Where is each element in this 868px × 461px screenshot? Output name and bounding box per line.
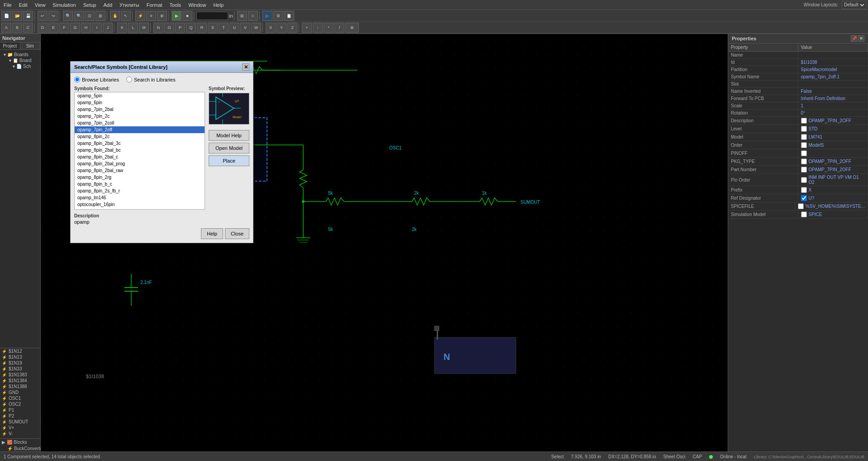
props-checkbox[interactable] <box>801 195 807 201</box>
menu-window[interactable]: Window <box>185 1 210 9</box>
props-checkbox[interactable] <box>801 126 807 132</box>
symbol-list[interactable]: opamp_5pinopamp_6pinopamp_7pin_2balopamp… <box>74 92 205 210</box>
tb2-29[interactable]: * <box>324 23 334 33</box>
open-model-button[interactable]: Open Model <box>209 143 249 154</box>
tb2-27[interactable]: + <box>302 23 312 33</box>
nav-item-board[interactable]: ▼ 📋 Board <box>2 58 38 63</box>
search-radio-input[interactable] <box>126 77 132 82</box>
window-layouts-select[interactable]: Default <box>842 1 866 9</box>
symbol-list-item[interactable]: opamp_8pin_2c <box>75 133 205 140</box>
tb2-13[interactable]: M <box>139 23 149 33</box>
props-checkbox[interactable] <box>798 203 804 209</box>
tb2-9[interactable]: I <box>92 23 102 33</box>
undo-button[interactable]: ↩ <box>38 11 48 21</box>
netlist-button[interactable]: 📋 <box>284 11 294 21</box>
menu-add[interactable]: Add <box>100 1 116 9</box>
tb2-24[interactable]: X <box>266 23 276 33</box>
symbol-list-item[interactable]: opamp_8pin_2bal_3c <box>75 140 205 147</box>
nav-list-item[interactable]: ⚡ $1N33 <box>0 366 40 372</box>
tb2-28[interactable]: - <box>313 23 323 33</box>
browse-radio-input[interactable] <box>74 77 80 82</box>
nav-item-schematic[interactable]: ▼ 📄 Sch <box>2 63 38 69</box>
redo-button[interactable]: ↪ <box>48 11 58 21</box>
run-button[interactable]: ▶ <box>172 11 181 21</box>
nav-list-item[interactable]: ⚡ P1 <box>0 407 40 413</box>
nav-list-item[interactable]: ⚡ SUMOUT <box>0 419 40 425</box>
tb2-19[interactable]: S <box>208 23 218 33</box>
nav-tab-project[interactable]: Project <box>0 43 20 49</box>
symbol-button[interactable]: ⊕ <box>157 11 167 21</box>
tb2-12[interactable]: L <box>128 23 138 33</box>
props-checkbox[interactable] <box>801 167 807 173</box>
menu-setup[interactable]: Setup <box>80 1 100 9</box>
tb2-22[interactable]: V <box>240 23 250 33</box>
nav-list-item[interactable]: ⚡ OSC1 <box>0 395 40 401</box>
open-button[interactable]: 📂 <box>12 11 22 21</box>
nav-list-item[interactable]: ⚡ $1N19 <box>0 360 40 366</box>
sim-options-button[interactable]: ⚙ <box>273 11 283 21</box>
symbol-list-item[interactable]: opamp_7pin_2c <box>75 113 205 120</box>
props-pin-button[interactable]: 📌 <box>851 35 857 42</box>
run-sim-button[interactable]: ▷ <box>262 11 272 21</box>
symbol-list-item[interactable]: opamp_lm146 <box>75 194 205 201</box>
grid-toggle[interactable]: ⊞ <box>237 11 247 21</box>
dialog-close-button[interactable]: ✕ <box>242 63 249 71</box>
nav-list-item[interactable]: ⚡ $1N1388 <box>0 384 40 389</box>
tb2-25[interactable]: Y <box>277 23 286 33</box>
stop-button[interactable]: ■ <box>182 11 192 21</box>
tb2-7[interactable]: G <box>70 23 80 33</box>
props-checkbox[interactable] <box>801 142 807 148</box>
nav-list-item[interactable]: ⚡ $1N1384 <box>0 378 40 384</box>
menu-edit[interactable]: Edit <box>15 1 31 9</box>
tb2-23[interactable]: W <box>251 23 261 33</box>
tb2-6[interactable]: F <box>59 23 69 33</box>
nav-list-item[interactable]: ⚡ $1N13 <box>0 354 40 360</box>
symbol-list-item[interactable]: opamp_8pin_2bal_bc <box>75 147 205 154</box>
close-button[interactable]: Close <box>225 228 249 239</box>
schematic-canvas[interactable]: OPAMP V- + - Q2 V+ U? <box>41 34 728 451</box>
props-checkbox[interactable] <box>801 177 807 183</box>
pan-button[interactable]: ✋ <box>110 11 120 21</box>
props-checkbox[interactable] <box>801 158 807 164</box>
menu-help[interactable]: Help <box>210 1 227 9</box>
save-button[interactable]: 💾 <box>23 11 33 21</box>
nav-list-item[interactable]: ⚡ V- <box>0 431 40 437</box>
menu-simulation[interactable]: Simulation <box>49 1 79 9</box>
zoom-in-button[interactable]: 🔍 <box>63 11 73 21</box>
props-checkbox[interactable] <box>801 134 807 140</box>
props-checkbox[interactable] <box>801 211 807 217</box>
tb2-18[interactable]: R <box>197 23 207 33</box>
tb2-30[interactable]: / <box>334 23 344 33</box>
browse-libraries-radio[interactable]: Browse Libraries <box>74 77 119 82</box>
tb2-4[interactable]: D <box>38 23 48 33</box>
special-btn[interactable]: ⊗ <box>345 23 359 33</box>
symbol-list-item[interactable]: opamp_8pin_b_c <box>75 181 205 187</box>
tb2-14[interactable]: N <box>153 23 163 33</box>
tb2-15[interactable]: O <box>164 23 174 33</box>
wire-button[interactable]: ⚡ <box>135 11 145 21</box>
symbol-list-item[interactable]: optocoupler_4pin <box>75 208 205 210</box>
bus-button[interactable]: ≡ <box>146 11 156 21</box>
zoom-fit-button[interactable]: ⊡ <box>85 11 95 21</box>
nav-blocks-section[interactable]: ▶ 🧱 Blocks <box>0 438 40 446</box>
symbol-list-item[interactable]: opamp_8pin_2rg <box>75 174 205 181</box>
symbol-list-item[interactable]: opamp_5pin <box>75 92 205 99</box>
tb2-26[interactable]: Z <box>287 23 297 33</box>
menu-view[interactable]: View <box>31 1 49 9</box>
props-checkbox[interactable] <box>801 150 807 156</box>
symbol-list-item[interactable]: optocoupler_16pin <box>75 201 205 208</box>
nav-list-item[interactable]: ⚡ $1N1383 <box>0 372 40 378</box>
tb2-20[interactable]: T <box>219 23 229 33</box>
zoom-area-button[interactable]: ⊞ <box>95 11 105 21</box>
dialog-title-bar[interactable]: Search/Place Symbols [Central Library] ✕ <box>71 62 253 73</box>
props-checkbox[interactable] <box>801 187 807 193</box>
nav-list-item[interactable]: ⚡ $1N12 <box>0 348 40 354</box>
nav-tab-sim[interactable]: Sim <box>20 43 41 49</box>
zoom-out-button[interactable]: 🔍 <box>74 11 84 21</box>
tb2-1[interactable]: A <box>1 23 11 33</box>
nav-list-item[interactable]: ⚡ V+ <box>0 425 40 431</box>
tb2-21[interactable]: U <box>229 23 239 33</box>
tb2-16[interactable]: P <box>175 23 185 33</box>
menu-utilities[interactable]: Утилиты <box>116 1 143 9</box>
model-help-button[interactable]: Model Help <box>209 130 249 141</box>
